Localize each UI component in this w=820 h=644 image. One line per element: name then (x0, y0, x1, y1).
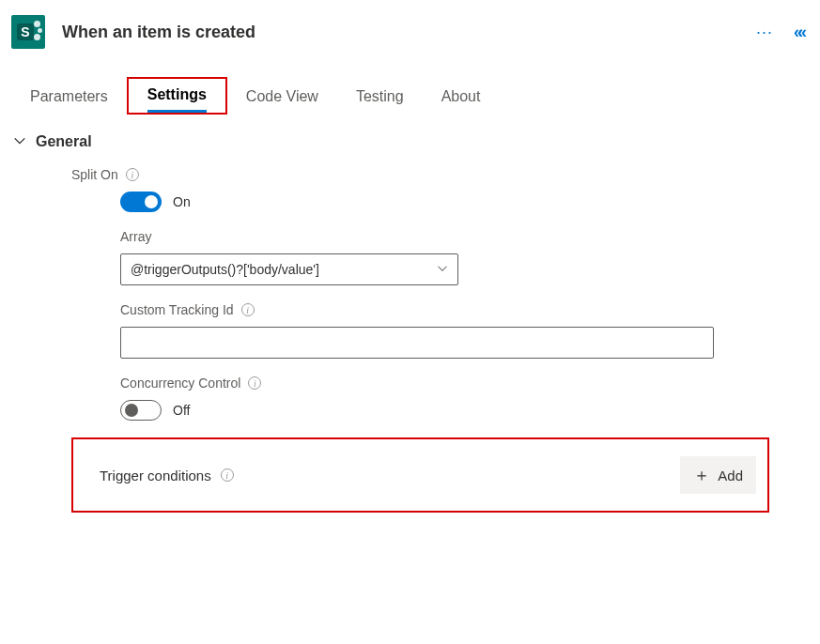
add-button-label: Add (718, 468, 743, 483)
concurrency-label: Concurrency Control (120, 376, 240, 391)
tracking-id-input[interactable] (120, 327, 714, 359)
tracking-id-label: Custom Tracking Id (120, 302, 234, 317)
split-on-state: On (173, 194, 191, 209)
split-on-toggle[interactable] (120, 192, 162, 212)
chevron-down-icon (437, 263, 448, 277)
tab-code-view[interactable]: Code View (227, 81, 337, 115)
concurrency-state: Off (173, 403, 190, 418)
info-icon[interactable]: i (248, 376, 261, 390)
trigger-conditions-row: Trigger conditions i ＋ Add (71, 437, 769, 513)
collapse-panel-icon[interactable]: «« (794, 23, 809, 42)
tab-testing[interactable]: Testing (337, 81, 423, 115)
add-trigger-condition-button[interactable]: ＋ Add (680, 456, 756, 494)
chevron-down-icon (13, 134, 26, 150)
info-icon[interactable]: i (241, 303, 255, 316)
section-toggle-general[interactable]: General (13, 133, 807, 150)
more-menu-icon[interactable]: ··· (756, 23, 773, 40)
split-on-label: Split On (71, 167, 118, 182)
section-title: General (36, 133, 92, 150)
info-icon[interactable]: i (126, 168, 139, 181)
tab-settings[interactable]: Settings (127, 77, 227, 115)
tab-parameters[interactable]: Parameters (11, 81, 127, 115)
tab-strip: Parameters Settings Code View Testing Ab… (0, 60, 820, 115)
card-header: S When an item is created ··· «« (0, 0, 820, 60)
info-icon[interactable]: i (221, 468, 234, 482)
array-label: Array (120, 229, 151, 244)
plus-icon: ＋ (693, 464, 710, 486)
sharepoint-icon: S (11, 15, 45, 49)
concurrency-toggle[interactable] (120, 400, 162, 421)
array-dropdown[interactable]: @triggerOutputs()?['body/value'] (120, 253, 458, 285)
card-title: When an item is created (62, 23, 756, 42)
tab-about[interactable]: About (423, 81, 500, 115)
trigger-conditions-label: Trigger conditions (100, 468, 211, 483)
array-value: @triggerOutputs()?['body/value'] (131, 262, 319, 277)
